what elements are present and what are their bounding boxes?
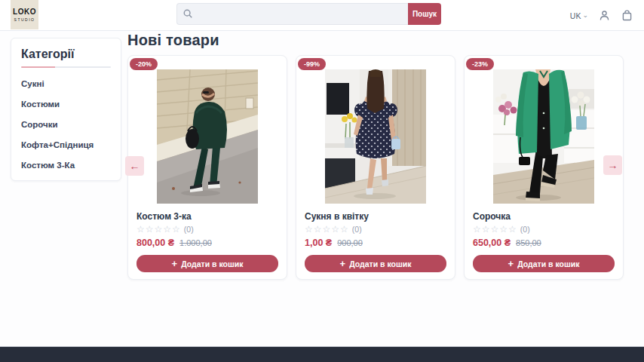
search-button[interactable]: Пошук (408, 3, 441, 25)
star-icon: ☆ (136, 225, 145, 234)
photo-shirt-green (493, 69, 594, 204)
search-icon (182, 8, 193, 19)
product-photo[interactable] (493, 69, 594, 204)
add-to-cart-button[interactable]: + Додати в кошик (136, 255, 278, 272)
product-old-price: 900,00 (337, 238, 363, 247)
star-icon: ☆ (305, 225, 313, 234)
product-price: 1,00 ₴ (305, 238, 332, 248)
star-icon: ☆ (340, 225, 348, 234)
carousel-next-button[interactable]: → (603, 155, 622, 175)
product-card[interactable]: -23% (464, 55, 624, 280)
star-icon: ☆ (314, 225, 322, 234)
product-info: Костюм 3-ка ☆☆☆☆☆ (0) 800,00 ₴ 1.000,00 (128, 211, 287, 248)
page-title: Нові товари (127, 32, 625, 49)
add-to-cart-button[interactable]: + Додати в кошик (305, 255, 446, 272)
add-to-cart-button[interactable]: + Додати в кошик (473, 255, 615, 272)
product-old-price: 850,00 (516, 238, 541, 247)
star-icon: ☆ (508, 225, 517, 234)
star-icon: ☆ (146, 225, 154, 234)
star-icon: ☆ (482, 225, 490, 234)
rating-stars: ☆☆☆☆☆ (305, 225, 348, 234)
photo-suit-3ka (157, 69, 258, 204)
footer (0, 346, 644, 362)
rating-count: (0) (520, 225, 530, 234)
product-card[interactable]: -20% Костюм 3-ка ☆☆☆☆☆ (127, 55, 287, 280)
categories-title: Категорії (21, 48, 111, 61)
sidebar-item-0[interactable]: Сукні (21, 79, 111, 88)
top-bar: LOKO STUDIO Пошук UK ⌄ (0, 0, 644, 31)
sidebar-item-4[interactable]: Костюм 3-Ка (21, 161, 111, 170)
plus-icon: + (508, 259, 514, 268)
language-selector[interactable]: UK ⌄ (570, 11, 588, 20)
logo[interactable]: LOKO STUDIO (11, 0, 38, 29)
product-name[interactable]: Сукня в квітку (305, 211, 446, 222)
product-photo[interactable] (157, 69, 258, 204)
rating-stars: ☆☆☆☆☆ (136, 225, 180, 234)
star-icon: ☆ (323, 225, 331, 234)
logo-title: LOKO (13, 8, 36, 16)
add-to-cart-label: Додати в кошик (517, 259, 579, 268)
search-input[interactable] (176, 3, 408, 25)
product-card[interactable]: -99% (296, 55, 455, 280)
chevron-down-icon: ⌄ (582, 12, 588, 19)
categories-panel: Категорії СукніКостюмиСорочкиКофта+Спідн… (11, 38, 121, 181)
product-name[interactable]: Сорочка (473, 211, 615, 222)
rating-count: (0) (352, 225, 362, 234)
product-rating: ☆☆☆☆☆ (0) (136, 225, 278, 234)
cart-icon[interactable] (621, 9, 633, 22)
product-rating: ☆☆☆☆☆ (0) (473, 225, 615, 234)
plus-icon: + (340, 259, 346, 268)
product-info: Сукня в квітку ☆☆☆☆☆ (0) 1,00 ₴ 900,00 (296, 211, 455, 248)
discount-badge: -20% (130, 58, 158, 70)
product-rating: ☆☆☆☆☆ (0) (305, 225, 446, 234)
new-products-section: Нові товари -20% Костюм 3-ка (127, 32, 625, 280)
star-icon: ☆ (155, 225, 163, 234)
photo-dress-flowers (325, 69, 426, 204)
discount-badge: -99% (298, 58, 326, 70)
logo-subtitle: STUDIO (14, 17, 35, 22)
star-icon: ☆ (172, 225, 180, 234)
rating-count: (0) (184, 225, 194, 234)
plus-icon: + (172, 259, 178, 268)
product-price: 650,00 ₴ (473, 238, 511, 248)
sidebar-item-3[interactable]: Кофта+Спідниця (21, 140, 111, 149)
carousel-prev-button[interactable]: ← (125, 156, 144, 176)
category-list: СукніКостюмиСорочкиКофта+СпідницяКостюм … (21, 79, 111, 170)
product-carousel: -20% Костюм 3-ка ☆☆☆☆☆ (127, 55, 625, 280)
star-icon: ☆ (491, 225, 499, 234)
categories-divider (21, 66, 111, 68)
sidebar-item-2[interactable]: Сорочки (21, 120, 111, 129)
star-icon: ☆ (499, 225, 508, 234)
search-bar: Пошук (176, 3, 441, 25)
discount-badge: -23% (466, 58, 494, 70)
product-price: 800,00 ₴ (136, 238, 174, 248)
star-icon: ☆ (473, 225, 481, 234)
product-prices: 1,00 ₴ 900,00 (305, 238, 446, 248)
language-label: UK (570, 11, 581, 20)
rating-stars: ☆☆☆☆☆ (473, 225, 517, 234)
product-info: Сорочка ☆☆☆☆☆ (0) 650,00 ₴ 850,00 (465, 211, 623, 248)
product-prices: 650,00 ₴ 850,00 (473, 238, 615, 248)
product-photo[interactable] (325, 69, 426, 204)
add-to-cart-label: Додати в кошик (181, 259, 243, 268)
star-icon: ☆ (163, 225, 171, 234)
product-old-price: 1.000,00 (179, 238, 212, 247)
header-actions: UK ⌄ (570, 0, 633, 31)
sidebar-item-1[interactable]: Костюми (21, 100, 111, 109)
account-icon[interactable] (598, 9, 611, 22)
product-name[interactable]: Костюм 3-ка (136, 211, 278, 222)
product-prices: 800,00 ₴ 1.000,00 (136, 238, 278, 248)
add-to-cart-label: Додати в кошик (349, 259, 411, 268)
star-icon: ☆ (331, 225, 339, 234)
